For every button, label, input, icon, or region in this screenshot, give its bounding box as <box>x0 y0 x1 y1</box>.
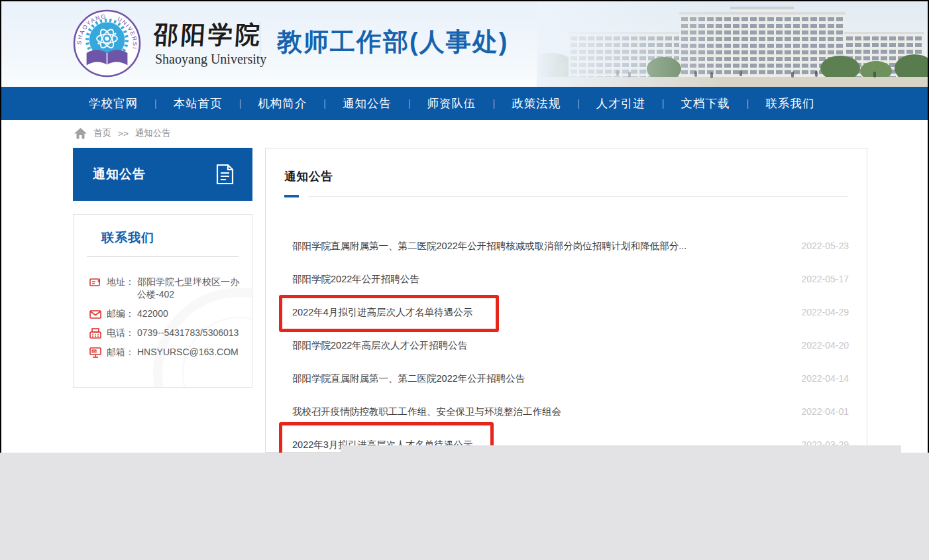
address-card-icon <box>89 276 101 288</box>
panel-title: 通知公告 <box>284 168 333 184</box>
announcement-title[interactable]: 邵阳学院直属附属第一、第二医院2022年公开招聘公告 <box>292 372 525 385</box>
announcement-date: 2022-04-01 <box>801 406 849 417</box>
contact-label: 邮箱： <box>107 346 137 359</box>
breadcrumb: 首页 >> 通知公告 <box>74 127 171 139</box>
monitor-mail-icon <box>89 347 101 359</box>
nav-item-school-site[interactable]: 学校官网 <box>89 95 138 111</box>
nav-item-about[interactable]: 机构简介 <box>258 95 307 111</box>
announcement-list: 邵阳学院直属附属第一、第二医院2022年公开招聘核减或取消部分岗位招聘计划和降低… <box>266 229 867 461</box>
nav-item-downloads[interactable]: 文档下载 <box>681 95 730 111</box>
underline-rule <box>308 196 848 197</box>
announcement-date: 2022-04-20 <box>801 340 849 351</box>
nav-item-home[interactable]: 本站首页 <box>174 95 223 111</box>
announcement-title[interactable]: 邵阳学院2022年高层次人才公开招聘公告 <box>292 339 467 352</box>
nav-separator: | <box>662 98 665 109</box>
main-nav: 学校官网 | 本站首页 | 机构简介 | 通知公告 | 师资队伍 | 政策法规 … <box>1 87 928 120</box>
announcement-row[interactable]: 我校召开疫情防控教职工工作组、安全保卫与环境整治工作组会 2022-04-01 <box>266 395 867 428</box>
site-header: SHAOYANG UNIVERSITY 邵阳学院 Shaoyang Univer… <box>1 1 928 87</box>
gray-mask-band <box>0 453 929 560</box>
panel-title-underline <box>284 195 848 197</box>
contact-row-phone: 电话： 0739--5431783/5306013 <box>74 327 252 339</box>
contact-title: 联系我们 <box>101 229 252 247</box>
document-icon <box>216 164 234 185</box>
contact-card: 联系我们 地址： 邵阳学院七里坪校区一办公楼-402 邮编： 42 <box>73 214 252 388</box>
university-logo: SHAOYANG UNIVERSITY <box>73 9 141 78</box>
nav-separator: | <box>323 98 326 109</box>
announcement-row[interactable]: 邵阳学院2022年公开招聘公告 2022-05-17 <box>266 262 867 296</box>
nav-item-policies[interactable]: 政策法规 <box>512 95 561 111</box>
announcement-title[interactable]: 我校召开疫情防控教职工工作组、安全保卫与环境整治工作组会 <box>292 406 561 418</box>
contact-divider <box>87 256 239 257</box>
contact-label: 电话： <box>107 327 137 339</box>
announcement-title[interactable]: 邵阳学院直属附属第一、第二医院2022年公开招聘核减或取消部分岗位招聘计划和降低… <box>292 240 686 252</box>
nav-separator: | <box>239 98 242 109</box>
nav-separator: | <box>154 98 157 109</box>
nav-item-faculty[interactable]: 师资队伍 <box>427 95 476 111</box>
announcement-date: 2022-04-29 <box>801 307 849 317</box>
announcement-row-highlighted[interactable]: 2022年4月拟引进高层次人才名单待遇公示 2022-04-29 <box>266 296 867 329</box>
header-divider <box>260 21 260 62</box>
sidebar-section-notices[interactable]: 通知公告 <box>73 148 252 201</box>
department-title: 教师工作部(人事处) <box>277 25 508 59</box>
fax-icon <box>89 327 101 339</box>
nav-separator: | <box>746 98 749 109</box>
window-border-left <box>0 0 1 453</box>
brand-name-en: Shaoyang University <box>155 52 266 67</box>
campus-photo <box>537 1 928 87</box>
contact-label: 地址： <box>107 276 137 288</box>
window-border-top <box>0 0 929 1</box>
announcement-date: 2022-05-17 <box>801 274 849 284</box>
announcement-row[interactable]: 邵阳学院直属附属第一、第二医院2022年公开招聘公告 2022-04-14 <box>266 362 867 395</box>
home-icon <box>74 128 87 139</box>
announcement-title[interactable]: 邵阳学院2022年公开招聘公告 <box>292 273 419 286</box>
announcement-row[interactable]: 邵阳学院2022年高层次人才公开招聘公告 2022-04-20 <box>266 329 867 362</box>
announcement-row[interactable]: 邵阳学院直属附属第一、第二医院2022年公开招聘核减或取消部分岗位招聘计划和降低… <box>266 229 867 262</box>
envelope-icon <box>89 308 101 320</box>
nav-separator: | <box>577 98 580 109</box>
breadcrumb-current: 通知公告 <box>135 127 171 139</box>
contact-row-address: 地址： 邵阳学院七里坪校区一办公楼-402 <box>74 276 252 301</box>
nav-separator: | <box>408 98 411 109</box>
contact-value: 422000 <box>137 308 245 320</box>
breadcrumb-separator: >> <box>118 129 129 139</box>
notices-panel: 通知公告 邵阳学院直属附属第一、第二医院2022年公开招聘核减或取消部分岗位招聘… <box>265 148 867 453</box>
announcement-date: 2022-04-14 <box>801 373 849 384</box>
breadcrumb-home[interactable]: 首页 <box>93 127 111 139</box>
contact-row-postcode: 邮编： 422000 <box>74 308 252 320</box>
photo-fade <box>537 1 928 87</box>
contact-row-email: 邮箱： HNSYURSC@163.COM <box>74 346 252 359</box>
underline-accent <box>284 195 299 197</box>
nav-item-notices[interactable]: 通知公告 <box>343 95 392 111</box>
contact-value: 邵阳学院七里坪校区一办公楼-402 <box>137 276 245 301</box>
nav-item-talent[interactable]: 人才引进 <box>596 95 645 111</box>
announcement-date: 2022-05-23 <box>801 241 849 251</box>
contact-rows: 地址： 邵阳学院七里坪校区一办公楼-402 邮编： 422000 <box>74 276 252 359</box>
contact-value: HNSYURSC@163.COM <box>137 346 245 359</box>
sidebar-section-title: 通知公告 <box>93 166 216 183</box>
brand-name-cn: 邵阳学院 <box>152 19 263 52</box>
page: SHAOYANG UNIVERSITY 邵阳学院 Shaoyang Univer… <box>0 0 929 560</box>
announcement-title[interactable]: 2022年4月拟引进高层次人才名单待遇公示 <box>292 306 472 319</box>
nav-item-contact[interactable]: 联系我们 <box>765 95 814 111</box>
university-seal-icon: SHAOYANG UNIVERSITY <box>73 9 141 78</box>
nav-separator: | <box>493 98 496 109</box>
contact-value: 0739--5431783/5306013 <box>137 327 245 339</box>
contact-label: 邮编： <box>107 308 137 320</box>
